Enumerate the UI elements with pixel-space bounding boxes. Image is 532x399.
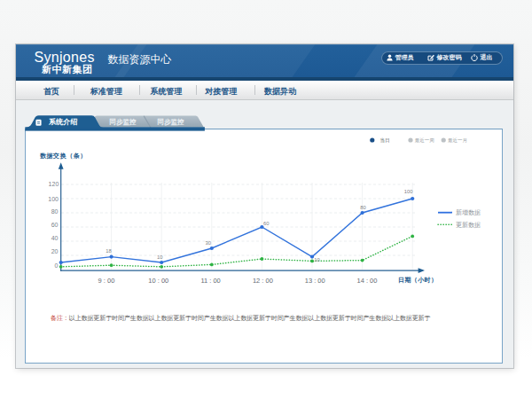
svg-text:60: 60 (263, 221, 269, 226)
svg-text:同步监控: 同步监控 (110, 118, 137, 126)
svg-text:最近一周: 最近一周 (415, 137, 434, 143)
svg-text:数据交换（条）: 数据交换（条） (40, 152, 87, 160)
svg-text:14 : 00: 14 : 00 (357, 277, 378, 285)
svg-text:10 : 00: 10 : 00 (148, 277, 168, 285)
svg-text:9 : 00: 9 : 00 (98, 277, 115, 285)
svg-text:13 : 00: 13 : 00 (305, 277, 325, 285)
svg-text:20: 20 (51, 248, 59, 254)
svg-text:更新数据: 更新数据 (456, 221, 481, 229)
svg-text:当日: 当日 (380, 137, 390, 144)
svg-text:60: 60 (51, 222, 59, 228)
svg-text:80: 80 (51, 208, 59, 215)
svg-text:0: 0 (55, 262, 59, 269)
svg-text:80: 80 (360, 205, 365, 210)
svg-text:120: 120 (49, 181, 59, 187)
svg-text:10: 10 (157, 254, 162, 260)
svg-text:10: 10 (314, 257, 319, 262)
svg-text:日期（小时）: 日期（小时） (398, 277, 437, 284)
svg-text:100: 100 (404, 189, 413, 194)
svg-text:18: 18 (106, 248, 111, 254)
svg-text:12 : 00: 12 : 00 (253, 277, 273, 285)
svg-text:100: 100 (48, 196, 59, 202)
svg-text:11 : 00: 11 : 00 (200, 277, 220, 285)
svg-text:系统介绍: 系统介绍 (48, 117, 77, 126)
svg-text:最近一月: 最近一月 (448, 137, 467, 144)
svg-text:30: 30 (206, 240, 211, 246)
svg-text:新增数据: 新增数据 (456, 208, 481, 216)
svg-text:40: 40 (51, 235, 59, 241)
svg-text:同步监控: 同步监控 (158, 118, 185, 126)
